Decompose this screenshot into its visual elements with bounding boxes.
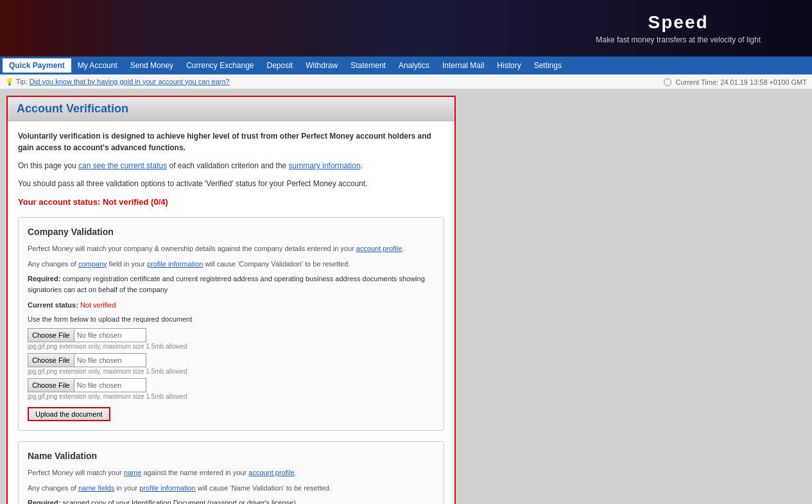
nav-internal-mail[interactable]: Internal Mail: [436, 58, 490, 73]
account-status: Your account status: Not verified (0/4): [18, 197, 444, 207]
intro-text-3: You should pass all three validation opt…: [18, 178, 444, 189]
name-desc-1: Perfect Money will match your name again…: [28, 467, 435, 478]
file-hint-1: jpg,gif,png extension only, maximum size…: [28, 343, 435, 350]
company-validation-section: Company Validation Perfect Money will ma…: [18, 217, 444, 431]
company-status-value: Not verified: [80, 301, 116, 309]
name-fields-link[interactable]: name fields: [78, 484, 114, 492]
company-validation-title: Company Validation: [28, 227, 435, 237]
nav-history[interactable]: History: [490, 58, 527, 73]
intro-bold: Voluntarily verification is designed to …: [18, 132, 431, 152]
tip-text: 💡 Tip: Did you know that by having gold …: [5, 78, 230, 86]
header-image: [0, 0, 321, 56]
file-name-2: No file chosen: [74, 356, 125, 364]
upload-label-company: Use the form below to upload the require…: [28, 315, 435, 323]
current-status-label: Current status:: [28, 301, 78, 309]
company-desc-2: Any changes of company field in your pro…: [28, 259, 435, 270]
file-name-3: No file chosen: [74, 381, 125, 389]
nav-settings[interactable]: Settings: [528, 58, 568, 73]
nav-my-account[interactable]: My Account: [71, 58, 124, 73]
tip-prefix: 💡 Tip:: [5, 78, 28, 85]
required-label: Required:: [28, 275, 60, 282]
name-profile-info-link[interactable]: profile information: [139, 484, 195, 492]
name-required: Required: scanned copy of your Identific…: [28, 498, 435, 504]
upload-document-btn[interactable]: Upload the document: [28, 407, 110, 421]
name-validation-section: Name Validation Perfect Money will match…: [18, 441, 444, 504]
left-panel: Account Verification Voluntarily verific…: [6, 96, 456, 504]
file-name-1: No file chosen: [74, 331, 125, 339]
choose-file-btn-1[interactable]: Choose File: [28, 329, 74, 342]
current-time-label: Current Time:: [675, 78, 718, 86]
navbar: Quick Payment My Account Send Money Curr…: [0, 56, 812, 74]
file-input-row-1: Choose File No file chosen jpg,gif,png e…: [28, 328, 435, 350]
intro-link-2[interactable]: summary information: [289, 161, 361, 170]
name-validation-title: Name Validation: [28, 451, 435, 461]
site-title: Speed: [596, 12, 761, 33]
nav-send-money[interactable]: Send Money: [124, 58, 180, 73]
required-text: company registration certificate and cur…: [28, 275, 425, 293]
company-desc-1: Perfect Money will match your company & …: [28, 243, 435, 254]
intro-link-1[interactable]: can see the current status: [78, 161, 167, 170]
nav-deposit[interactable]: Deposit: [261, 58, 300, 73]
account-status-value: Not verified (0/4): [103, 197, 168, 207]
intro-text-2: On this page you can see the current sta…: [18, 160, 444, 171]
file-input-wrapper-3: Choose File No file chosen: [28, 378, 146, 392]
main-content: Account Verification Voluntarily verific…: [0, 89, 812, 504]
company-link[interactable]: company: [78, 260, 107, 268]
name-link[interactable]: name: [124, 469, 142, 476]
tip-link[interactable]: Did you know that by having gold in your…: [30, 78, 230, 85]
name-account-profile-link[interactable]: account profile: [248, 469, 295, 476]
header-title-area: Speed Make fast money transfers at the v…: [596, 12, 761, 44]
choose-file-btn-2[interactable]: Choose File: [28, 354, 74, 367]
right-panel: [462, 96, 806, 504]
name-required-label: Required:: [28, 499, 60, 504]
company-current-status: Current status: Not verified: [28, 301, 435, 309]
file-input-wrapper-2: Choose File No file chosen: [28, 353, 146, 367]
page-title-bar: Account Verification: [8, 97, 454, 121]
account-profile-link[interactable]: account profile: [356, 245, 402, 252]
nav-analytics[interactable]: Analytics: [392, 58, 436, 73]
nav-withdraw[interactable]: Withdraw: [299, 58, 344, 73]
page-content: Voluntarily verification is designed to …: [8, 121, 454, 504]
file-hint-2: jpg,gif,png extension only, maximum size…: [28, 368, 435, 375]
id-doc-link[interactable]: Identification Document: [132, 499, 205, 504]
name-required-text: scanned copy of your Identification Docu…: [62, 499, 295, 504]
file-input-row-2: Choose File No file chosen jpg,gif,png e…: [28, 353, 435, 375]
nav-quick-payment[interactable]: Quick Payment: [3, 58, 71, 73]
clock-icon: [664, 78, 671, 86]
choose-file-btn-3[interactable]: Choose File: [28, 379, 74, 392]
file-hint-3: jpg,gif,png extension only, maximum size…: [28, 393, 435, 400]
current-time-value: 24.01.19 13:58 +0100 GMT: [720, 78, 807, 86]
intro-text-1: Voluntarily verification is designed to …: [18, 130, 444, 153]
nav-statement[interactable]: Statement: [344, 58, 392, 73]
page-title: Account Verification: [17, 102, 128, 116]
site-subtitle: Make fast money transfers at the velocit…: [596, 35, 761, 44]
file-input-wrapper-1: Choose File No file chosen: [28, 328, 146, 342]
name-desc-2: Any changes of name fields in your profi…: [28, 483, 435, 494]
file-input-row-3: Choose File No file chosen jpg,gif,png e…: [28, 378, 435, 400]
tip-bar: 💡 Tip: Did you know that by having gold …: [0, 74, 812, 89]
account-status-label: Your account status:: [18, 197, 100, 207]
drivers-license-link[interactable]: driver's license: [247, 499, 293, 504]
company-required: Required: company registration certifica…: [28, 274, 435, 295]
profile-info-link[interactable]: profile information: [147, 260, 203, 268]
nav-currency-exchange[interactable]: Currency Exchange: [180, 58, 260, 73]
header: Speed Make fast money transfers at the v…: [0, 0, 812, 56]
current-time: Current Time: 24.01.19 13:58 +0100 GMT: [664, 77, 807, 86]
